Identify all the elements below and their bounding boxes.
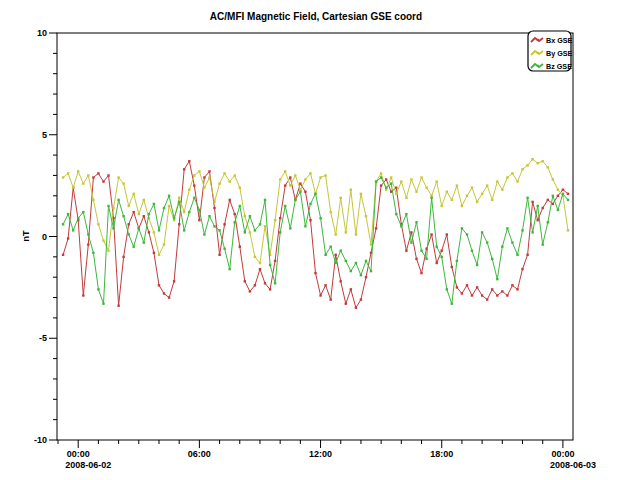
data-point (395, 187, 397, 189)
data-point (350, 288, 352, 290)
data-point (350, 270, 352, 272)
data-point (521, 268, 523, 270)
data-point (461, 227, 463, 229)
data-point (400, 225, 402, 227)
data-point (405, 250, 407, 252)
data-point (244, 215, 246, 217)
data-point (441, 256, 443, 258)
data-point (516, 288, 518, 290)
data-point (133, 211, 135, 213)
data-point (340, 250, 342, 252)
data-point (370, 243, 372, 245)
data-point (234, 221, 236, 223)
data-point (365, 260, 367, 262)
data-point (415, 258, 417, 260)
data-point (537, 162, 539, 164)
data-point (501, 189, 503, 191)
data-point (506, 294, 508, 296)
plot-frame (57, 33, 573, 440)
chart-title: AC/MFI Magnetic Field, Cartesian GSE coo… (210, 11, 422, 22)
data-point (178, 201, 180, 203)
data-point (506, 227, 508, 229)
data-point (461, 292, 463, 294)
data-point (370, 270, 372, 272)
data-point (491, 288, 493, 290)
data-point (259, 262, 261, 264)
y-tick-label: -10 (34, 435, 47, 445)
data-point (486, 241, 488, 243)
data-point (153, 231, 155, 233)
x-tick-label: 06:00 (188, 449, 211, 459)
legend[interactable]: Bx GSEBy GSEBz GSE (528, 31, 573, 71)
data-point (562, 193, 564, 195)
data-point (466, 284, 468, 286)
data-point (324, 254, 326, 256)
data-point (557, 209, 559, 211)
data-point (547, 221, 549, 223)
data-point (122, 215, 124, 217)
data-point (552, 203, 554, 205)
data-point (531, 201, 533, 203)
data-point (340, 280, 342, 282)
data-point (218, 254, 220, 256)
data-point (168, 296, 170, 298)
data-point (102, 303, 104, 305)
magnetic-field-chart[interactable]: AC/MFI Magnetic Field, Cartesian GSE coo… (0, 0, 640, 480)
data-point (380, 176, 382, 178)
data-point (77, 217, 79, 219)
data-point (178, 197, 180, 199)
data-point (375, 180, 377, 182)
data-point (451, 303, 453, 305)
series-line-bz-gse (63, 178, 568, 304)
data-point (380, 184, 382, 186)
data-point (476, 264, 478, 266)
data-point (138, 213, 140, 215)
series-line-bx-gse (63, 161, 568, 308)
data-point (476, 286, 478, 288)
data-point (117, 199, 119, 201)
data-point (521, 168, 523, 170)
data-point (193, 174, 195, 176)
data-point (208, 215, 210, 217)
data-point (430, 233, 432, 235)
legend-marker-icon (537, 52, 539, 54)
y-tick-label: 5 (42, 130, 47, 140)
data-point (410, 231, 412, 233)
data-point (330, 246, 332, 248)
data-point (97, 288, 99, 290)
data-point (330, 211, 332, 213)
data-point (274, 282, 276, 284)
data-point (526, 197, 528, 199)
data-point (451, 199, 453, 201)
data-point (415, 221, 417, 223)
data-point (324, 284, 326, 286)
data-point (183, 211, 185, 213)
data-point (62, 254, 64, 256)
data-point (531, 231, 533, 233)
data-point (128, 233, 130, 235)
axis-ticks: 1050-5-1000:002008-06-0206:0012:0018:000… (34, 28, 596, 470)
data-point (133, 246, 135, 248)
data-point (355, 262, 357, 264)
data-point (496, 278, 498, 280)
data-point (203, 176, 205, 178)
data-point (430, 197, 432, 199)
data-point (451, 266, 453, 268)
data-point (213, 201, 215, 203)
data-point (547, 199, 549, 201)
data-point (198, 219, 200, 221)
data-point (92, 252, 94, 254)
data-point (148, 213, 150, 215)
data-point (264, 282, 266, 284)
data-point (420, 250, 422, 252)
data-point (405, 213, 407, 215)
legend-marker-icon (537, 39, 539, 41)
data-point (355, 233, 357, 235)
data-point (188, 189, 190, 191)
data-point (446, 191, 448, 193)
data-point (158, 284, 160, 286)
data-point (284, 170, 286, 172)
data-point (102, 180, 104, 182)
data-point (385, 178, 387, 180)
data-point (552, 178, 554, 180)
